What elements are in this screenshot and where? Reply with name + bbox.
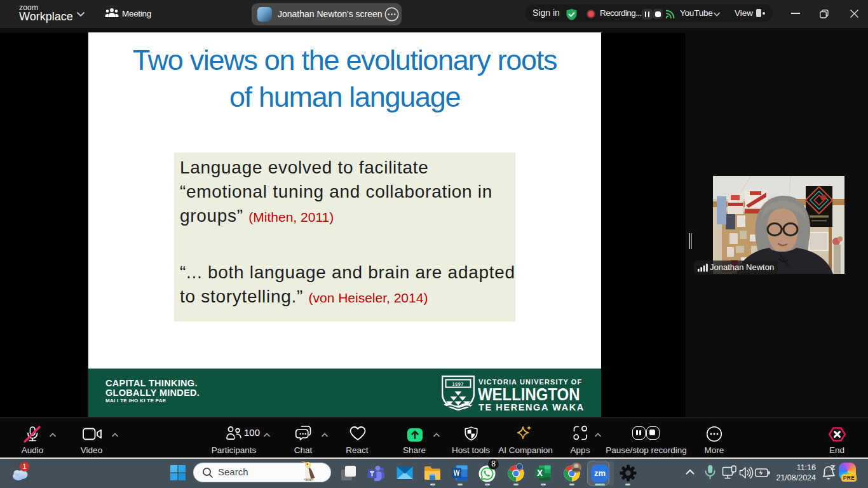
svg-text:1897: 1897 [452,382,464,386]
